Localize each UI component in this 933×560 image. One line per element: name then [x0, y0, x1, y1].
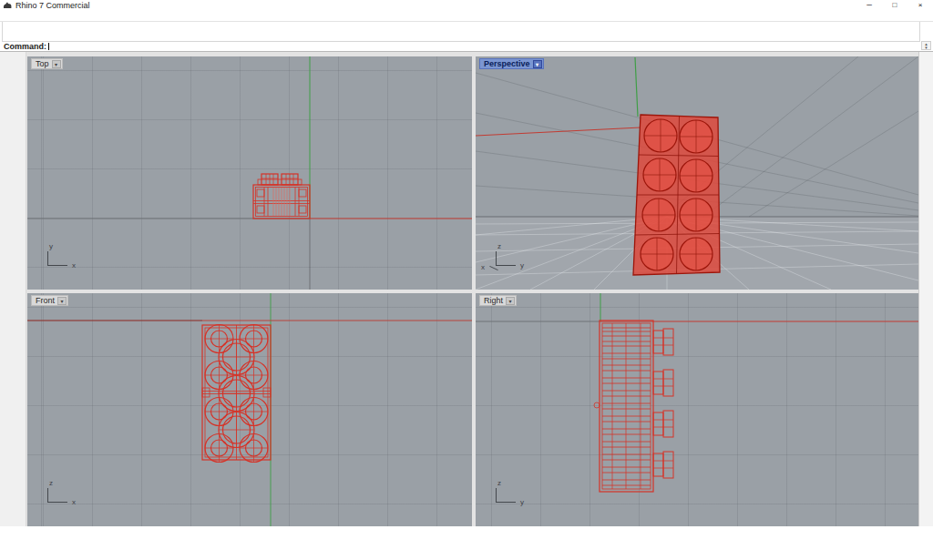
- viewport-top[interactable]: Top ▾ y x: [27, 56, 472, 290]
- axis-up-label: z: [497, 479, 501, 487]
- axis-up-label: y: [49, 242, 53, 250]
- viewport-title: Top: [36, 59, 49, 68]
- minimize-button[interactable]: ─: [856, 0, 882, 10]
- brick-wireframe-top: [253, 174, 310, 219]
- main-region: Top ▾ y x: [0, 52, 933, 526]
- viewport-right[interactable]: Right ▾ z y: [476, 293, 918, 526]
- viewport-label-top[interactable]: Top ▾: [31, 58, 63, 69]
- command-prompt[interactable]: Command:: [0, 42, 933, 51]
- text-caret: [48, 43, 49, 50]
- axis-indicator-right: z y: [496, 488, 516, 503]
- menu-bar: [0, 10, 933, 22]
- brick-wireframe-front: [202, 325, 271, 463]
- viewport-title: Front: [36, 296, 55, 305]
- axis-right-label: y: [520, 498, 524, 506]
- command-area: Command: ▴▾: [0, 22, 933, 52]
- viewport-title: Perspective: [484, 59, 530, 68]
- axis-right-label: x: [72, 498, 76, 506]
- rhino-logo-icon: [3, 1, 12, 9]
- axis-indicator-perspective: z y x: [496, 251, 516, 266]
- right-dock-panel: [918, 52, 933, 526]
- command-history-spinner[interactable]: ▴▾: [921, 41, 931, 50]
- command-prompt-label: Command:: [4, 42, 46, 51]
- viewport-menu-arrow-icon[interactable]: ▾: [533, 60, 542, 68]
- axis-right-label: y: [520, 261, 524, 270]
- viewport-menu-arrow-icon[interactable]: ▾: [52, 60, 61, 68]
- viewport-label-right[interactable]: Right ▾: [479, 295, 517, 306]
- command-history: [2, 22, 920, 42]
- close-button[interactable]: ×: [907, 0, 933, 10]
- viewport-label-front[interactable]: Front ▾: [31, 295, 68, 306]
- left-toolbar: [0, 52, 26, 526]
- title-bar: Rhino 7 Commercial ─ □ ×: [0, 0, 933, 10]
- axis-right-label: x: [72, 261, 76, 270]
- axis-indicator-top: y x: [47, 251, 67, 266]
- axis-up-label: z: [49, 479, 53, 487]
- viewport-menu-arrow-icon[interactable]: ▾: [506, 297, 515, 305]
- perspective-view-canvas: [476, 56, 918, 290]
- viewport-label-perspective[interactable]: Perspective ▾: [479, 58, 544, 69]
- front-view-canvas: [27, 293, 472, 526]
- top-view-canvas: [27, 56, 472, 290]
- window-controls: ─ □ ×: [856, 0, 933, 10]
- axis-indicator-front: z x: [47, 488, 67, 503]
- window-title: Rhino 7 Commercial: [15, 1, 90, 10]
- axis-diag-label: x: [481, 263, 485, 271]
- viewport-menu-arrow-icon[interactable]: ▾: [57, 297, 67, 305]
- right-view-canvas: [476, 293, 918, 526]
- viewport-front[interactable]: Front ▾ z x: [27, 293, 472, 526]
- viewport-perspective[interactable]: Perspective ▾ z y x: [476, 56, 918, 290]
- brick-wireframe-right: [594, 321, 673, 492]
- rhino-app-window: Rhino 7 Commercial ─ □ × Command: ▴▾: [0, 0, 933, 560]
- brick-shaded-perspective: [633, 115, 720, 275]
- maximize-button[interactable]: □: [882, 0, 907, 10]
- axis-up-label: z: [497, 242, 501, 250]
- viewport-title: Right: [484, 296, 503, 305]
